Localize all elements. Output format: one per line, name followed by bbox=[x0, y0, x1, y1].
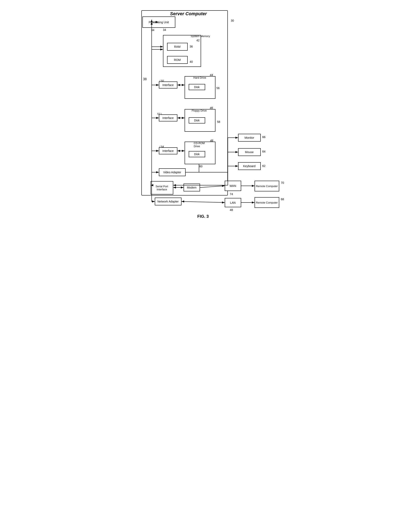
floppy-drive-label: Floppy Drive bbox=[192, 109, 207, 112]
keyboard-box: Keyboard bbox=[238, 162, 261, 170]
remote-computer-70-box: Remote Computer bbox=[254, 181, 279, 191]
disk-floppy-ref: 58 bbox=[217, 120, 220, 124]
lan-box: LAN bbox=[225, 198, 241, 207]
interface-54-box: Interface bbox=[159, 147, 177, 154]
system-memory-ref: 42 bbox=[196, 39, 200, 42]
disk-cdrom-ref: 60 bbox=[199, 165, 203, 168]
processing-unit-ref: 34 bbox=[163, 28, 166, 31]
svg-line-49 bbox=[181, 202, 225, 203]
wan-ref: 74 bbox=[230, 192, 233, 196]
svg-marker-33 bbox=[235, 137, 238, 139]
mouse-box: Mouse bbox=[238, 148, 261, 156]
rom-box: ROM bbox=[167, 56, 188, 64]
monitor-ref: 66 bbox=[262, 135, 266, 139]
keyboard-ref: 62 bbox=[262, 164, 266, 168]
server-ref: 30 bbox=[231, 19, 234, 22]
interface-54-ref: / 54 bbox=[160, 145, 164, 148]
processing-unit-box: Processing Unit bbox=[142, 16, 175, 28]
svg-marker-50 bbox=[181, 200, 184, 203]
mouse-ref: 64 bbox=[262, 150, 266, 153]
figure-label: FIG. 3 bbox=[129, 214, 277, 219]
disk-floppy-box: Disk bbox=[189, 117, 205, 124]
monitor-box: Monitor bbox=[238, 134, 261, 142]
disk-cdrom-box: Disk bbox=[189, 151, 205, 157]
disk-hard-box: Disk bbox=[189, 84, 205, 90]
network-adapter-box: Network Adapter bbox=[155, 197, 181, 205]
video-adapter-box: Video Adapter bbox=[159, 168, 186, 176]
modem-box: Modem bbox=[184, 183, 200, 191]
interface-52-box: Interface bbox=[159, 114, 177, 121]
cdrom-drive-ref: 48 bbox=[210, 139, 213, 142]
remote-computer-70-ref: 70 bbox=[281, 181, 284, 184]
hard-drive-ref: 44 bbox=[210, 73, 213, 77]
page: Server Computer 30 Processing Unit 34 Sy… bbox=[125, 4, 281, 223]
svg-marker-48 bbox=[252, 185, 254, 187]
remote-computer-68-ref: 68 bbox=[281, 197, 284, 201]
system-memory-label: System Memory bbox=[191, 35, 210, 38]
remote-computer-68-box: Remote Computer bbox=[254, 197, 279, 208]
diagram: Server Computer 30 Processing Unit 34 Sy… bbox=[129, 8, 277, 210]
svg-marker-37 bbox=[235, 165, 238, 167]
interface-50-box: Interface bbox=[159, 81, 177, 88]
ram-box: RAM bbox=[167, 43, 188, 51]
interface-50-ref: / 50 bbox=[160, 79, 164, 82]
server-title: Server Computer bbox=[170, 11, 207, 16]
svg-marker-35 bbox=[235, 151, 238, 153]
disk-hard-ref: 56 bbox=[217, 87, 220, 90]
wan-box: WAN bbox=[225, 181, 241, 191]
floppy-drive-ref: 46 bbox=[210, 106, 213, 109]
rom-ref: 40 bbox=[190, 60, 193, 63]
serial-port-box: Serial Port Interface bbox=[151, 181, 173, 195]
cdrom-drive-label: CD-ROMDrive bbox=[194, 142, 205, 148]
svg-marker-51 bbox=[222, 202, 225, 204]
hard-drive-label: Hard Drive bbox=[193, 76, 206, 79]
ref-34: 34 bbox=[151, 29, 154, 32]
svg-marker-28 bbox=[152, 200, 155, 203]
lan-ref: 48 bbox=[230, 208, 233, 211]
svg-marker-53 bbox=[252, 202, 254, 204]
ram-ref: 36 bbox=[190, 45, 193, 48]
interface-52-ref: 52 \ bbox=[157, 112, 162, 116]
